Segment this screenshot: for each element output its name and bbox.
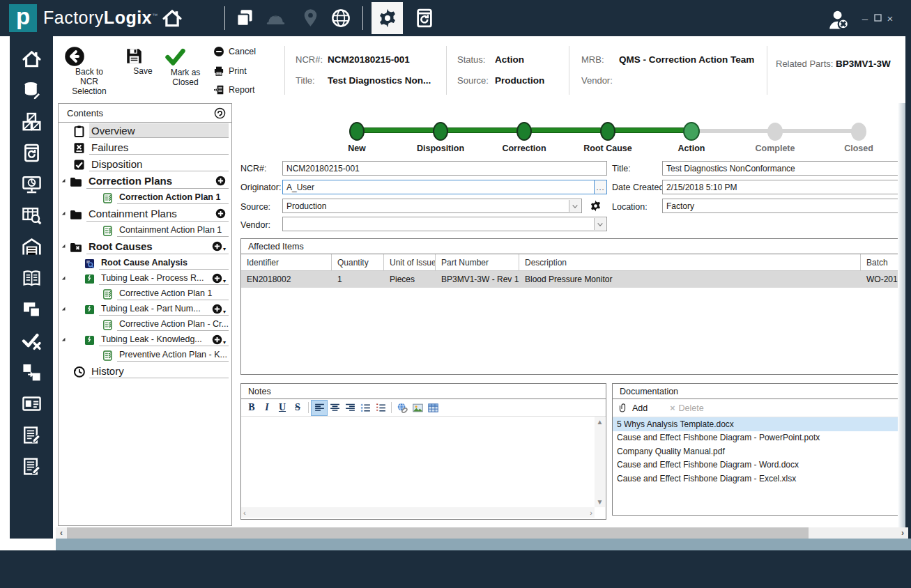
location-input[interactable]: Factory — [662, 199, 899, 213]
originator-input[interactable]: A_User ... — [282, 180, 607, 194]
add-menu-caret-icon[interactable]: ▾ — [223, 339, 226, 346]
tree-item-root-causes[interactable]: Root Causes▾ — [59, 238, 231, 256]
tree-expander-icon[interactable] — [61, 306, 68, 314]
sidebar-id-card-icon[interactable] — [10, 388, 53, 419]
underline-button[interactable]: U — [275, 401, 290, 415]
tree-item-correction-plans[interactable]: Correction Plans — [59, 173, 231, 190]
align-center-button[interactable] — [327, 401, 342, 415]
sidebar-check-x-icon[interactable] — [10, 325, 53, 357]
step-circle-root-cause[interactable] — [600, 122, 615, 141]
mark-as-closed-button[interactable]: Mark as Closed — [164, 46, 206, 87]
tree-item-tubing-leak-process-r[interactable]: Tubing Leak - Process R...▾ — [59, 271, 231, 286]
column-header-unit-of-issue[interactable]: Unit of Issue — [384, 254, 436, 270]
add-menu-caret-icon[interactable]: ▾ — [223, 246, 226, 252]
originator-browse-button[interactable]: ... — [594, 180, 606, 194]
bullet-list-button[interactable] — [358, 401, 373, 415]
scroll-left-arrow[interactable]: ‹ — [56, 527, 67, 539]
sidebar-stacked-windows-icon[interactable] — [10, 294, 53, 325]
location-pin-icon[interactable] — [300, 7, 321, 29]
strikethrough-button[interactable]: S — [290, 401, 305, 415]
documentation-file[interactable]: Cause and Effect Fishbone Diagram - Powe… — [613, 431, 898, 445]
add-button[interactable] — [212, 304, 222, 314]
tree-item-failures[interactable]: Failures — [59, 139, 231, 156]
scroll-right-arrow[interactable]: › — [897, 527, 908, 539]
report-button[interactable]: Report — [213, 82, 256, 98]
main-horizontal-scrollbar[interactable]: ‹ › — [56, 527, 908, 539]
tree-item-root-cause-analysis[interactable]: Root Cause Analysis — [59, 256, 231, 271]
source-dropdown-arrow[interactable] — [569, 200, 581, 212]
affected-item-row[interactable]: EN20180021PiecesBP3MV1-3W - Rev 1Blood P… — [241, 271, 908, 288]
numbered-list-button[interactable] — [373, 401, 388, 415]
tree-item-overview[interactable]: Overview — [59, 123, 231, 139]
vendor-dropdown-arrow[interactable] — [594, 218, 606, 230]
documentation-file[interactable]: Cause and Effect Fishbone Diagram - Exce… — [613, 472, 898, 486]
tree-item-containment-plans[interactable]: Containment Plans — [59, 206, 231, 223]
settings-gear-icon[interactable] — [372, 2, 403, 34]
column-header-description[interactable]: Description — [519, 254, 861, 270]
documentation-file[interactable]: Company Quality Manual.pdf — [613, 444, 898, 458]
tree-item-preventive-action-plan-k[interactable]: Preventive Action Plan - K... — [59, 348, 231, 363]
sidebar-clipboard-edit-icon[interactable] — [10, 451, 53, 482]
sidebar-database-edit-icon[interactable] — [10, 75, 53, 106]
step-circle-new[interactable] — [349, 122, 365, 141]
column-header-part-number[interactable]: Part Number — [436, 254, 519, 270]
step-circle-closed[interactable] — [851, 123, 866, 141]
tree-item-tubing-leak-part-num[interactable]: Tubing Leak - Part Num...▾ — [59, 302, 231, 317]
close-icon[interactable]: × — [882, 13, 898, 24]
table-button[interactable] — [425, 401, 441, 415]
align-right-button[interactable] — [342, 401, 358, 415]
add-button[interactable] — [212, 241, 222, 252]
sidebar-transfer-icon[interactable] — [10, 357, 53, 388]
cancel-button[interactable]: Cancel — [213, 44, 256, 59]
title-input[interactable]: Test Diagnostics NonConformance — [662, 161, 899, 176]
tree-expander-icon[interactable] — [61, 178, 68, 185]
user-logout-icon[interactable] — [827, 8, 850, 31]
print-button[interactable]: Print — [213, 63, 256, 79]
tree-item-containment-action-plan-1[interactable]: Containment Action Plan 1 — [59, 223, 231, 238]
sidebar-material-boxes-icon[interactable] — [10, 106, 53, 137]
document-revert-icon[interactable] — [414, 8, 435, 29]
sidebar-warehouse-icon[interactable] — [10, 231, 53, 263]
source-settings-gear-icon[interactable] — [589, 199, 602, 212]
add-menu-caret-icon[interactable]: ▾ — [223, 278, 226, 284]
tree-item-corrective-action-plan-cr[interactable]: Corrective Action Plan - Cr... — [59, 317, 231, 332]
scrollbar-thumb[interactable] — [67, 527, 809, 539]
hyperlink-button[interactable] — [395, 401, 410, 415]
image-button[interactable] — [410, 401, 425, 415]
notes-vertical-scrollbar[interactable]: ▲ ▼ — [595, 417, 605, 507]
tree-item-tubing-leak-knowledg[interactable]: Tubing Leak - Knowledg...▾ — [59, 332, 231, 348]
add-menu-caret-icon[interactable]: ▾ — [223, 309, 226, 315]
step-circle-disposition[interactable] — [433, 122, 448, 141]
notes-editor[interactable]: ▲ ▼ ‹› — [241, 417, 606, 518]
documentation-file[interactable]: 5 Whys Analysis Template.docx — [613, 417, 898, 431]
tree-expander-icon[interactable] — [61, 336, 68, 344]
back-to-ncr-selection-button[interactable]: Back to NCR Selection — [64, 46, 114, 96]
tree-item-corrective-action-plan-1[interactable]: Corrective Action Plan 1 — [59, 286, 231, 302]
save-button[interactable]: Save — [124, 46, 162, 76]
step-circle-action[interactable] — [683, 122, 700, 141]
tree-expander-icon[interactable] — [61, 243, 68, 251]
sidebar-clipboard-edit-icon[interactable] — [10, 419, 53, 451]
align-left-button[interactable] — [312, 401, 327, 415]
tree-item-correction-action-plan-1[interactable]: Correction Action Plan 1 — [59, 190, 231, 206]
sidebar-table-search-icon[interactable] — [10, 200, 53, 231]
documentation-file[interactable]: Cause and Effect Fishbone Diagram - Word… — [613, 458, 898, 472]
add-button[interactable] — [215, 176, 226, 186]
step-circle-complete[interactable] — [767, 123, 783, 141]
globe-icon[interactable] — [330, 8, 351, 29]
refresh-circle-icon[interactable] — [214, 107, 226, 119]
add-button[interactable] — [212, 273, 222, 284]
bold-button[interactable]: B — [244, 401, 259, 415]
home-icon[interactable] — [162, 8, 183, 29]
add-button[interactable] — [212, 334, 222, 345]
add-attachment-button[interactable]: Add — [618, 403, 648, 413]
sidebar-home-icon[interactable] — [10, 43, 53, 75]
step-circle-correction[interactable] — [516, 122, 532, 141]
italic-button[interactable]: I — [259, 401, 275, 415]
tree-expander-icon[interactable] — [61, 210, 68, 218]
sidebar-open-book-icon[interactable] — [10, 263, 53, 294]
tree-item-history[interactable]: History — [59, 363, 231, 380]
ncr-input[interactable]: NCM20180215-001 — [282, 161, 607, 176]
sidebar-monitor-chart-icon[interactable] — [10, 169, 53, 200]
column-header-quantity[interactable]: Quantity — [332, 254, 384, 270]
